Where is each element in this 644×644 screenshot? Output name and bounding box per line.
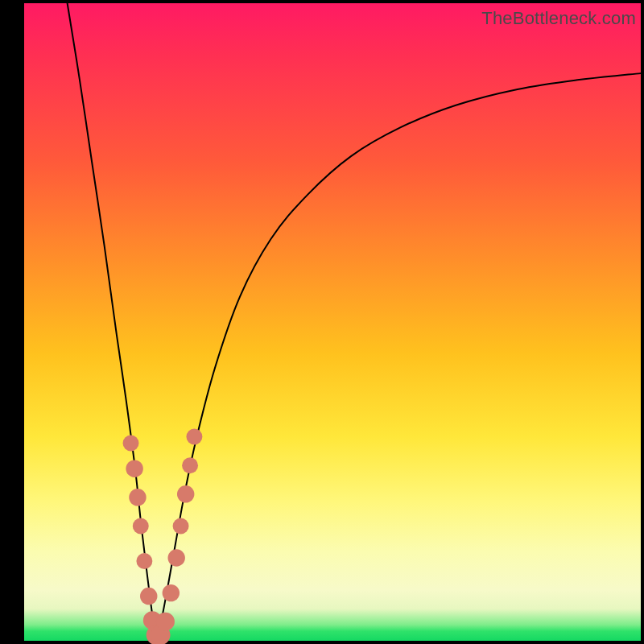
marker-dot [136,553,152,569]
marker-dot [140,588,157,605]
curve-layer [24,3,641,641]
marker-dot [147,625,167,644]
marker-dot [186,429,202,445]
marker-dot [156,613,175,631]
watermark-text: TheBottleneck.com [481,8,636,29]
marker-dot [123,436,139,452]
marker-dot [173,518,189,534]
markers-group [123,429,203,644]
marker-dot [133,518,149,534]
marker-dot [163,584,180,601]
marker-dot [182,457,198,473]
marker-dot [143,611,162,630]
plot-area: TheBottleneck.com [24,3,641,641]
bottleneck-curve [68,3,641,638]
marker-dot [177,485,194,502]
marker-dot [129,489,146,506]
chart-frame: TheBottleneck.com [0,0,644,644]
marker-dot [167,549,184,566]
marker-dot [126,460,142,477]
marker-dot [151,625,171,644]
